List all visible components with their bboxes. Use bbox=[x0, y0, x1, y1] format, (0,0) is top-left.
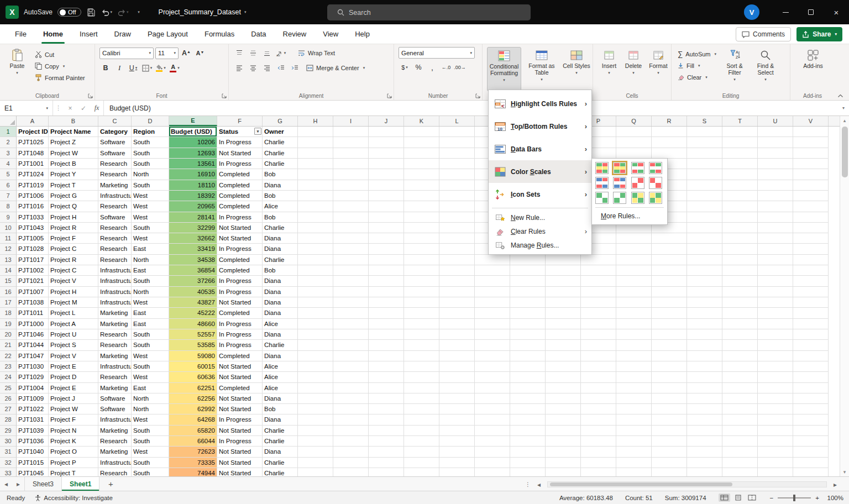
save-button[interactable] bbox=[86, 6, 96, 19]
cell-M23[interactable] bbox=[475, 361, 510, 372]
cell-P27[interactable] bbox=[581, 404, 616, 414]
cell-D32[interactable]: South bbox=[132, 458, 169, 468]
more-rules-item[interactable]: More Rules... bbox=[595, 210, 664, 221]
cell-R2[interactable] bbox=[652, 137, 687, 148]
cell-K13[interactable] bbox=[404, 255, 439, 265]
row-header-15[interactable]: 15 bbox=[0, 276, 17, 286]
cell-V4[interactable] bbox=[793, 159, 829, 169]
cell-K23[interactable] bbox=[404, 361, 439, 372]
cell-C32[interactable]: Infrastructure bbox=[98, 458, 132, 468]
cell-T26[interactable] bbox=[722, 393, 758, 404]
column-header-S[interactable]: S bbox=[687, 116, 722, 126]
cell-I5[interactable] bbox=[333, 169, 369, 180]
cell-M14[interactable] bbox=[475, 265, 510, 276]
increase-font-size-button[interactable]: A▲ bbox=[180, 47, 192, 59]
cell-I24[interactable] bbox=[333, 372, 369, 382]
cell-E24[interactable]: 60636 bbox=[169, 372, 217, 382]
cell-G2[interactable]: Charlie bbox=[263, 137, 298, 148]
cell-M25[interactable] bbox=[475, 383, 510, 393]
cell-L19[interactable] bbox=[439, 319, 475, 329]
cell-G21[interactable]: Charlie bbox=[263, 340, 298, 350]
cell-G15[interactable]: Diana bbox=[263, 276, 298, 286]
cell-V12[interactable] bbox=[793, 244, 829, 254]
cell-C27[interactable]: Software bbox=[98, 404, 132, 414]
cell-L12[interactable] bbox=[439, 244, 475, 254]
cell-T28[interactable] bbox=[722, 414, 758, 425]
cell-E23[interactable]: 60015 bbox=[169, 361, 217, 372]
cell-D21[interactable]: South bbox=[132, 340, 169, 350]
cell-O23[interactable] bbox=[546, 361, 581, 372]
cell-R25[interactable] bbox=[652, 383, 687, 393]
cell-K26[interactable] bbox=[404, 393, 439, 404]
cell-P21[interactable] bbox=[581, 340, 616, 350]
tab-help[interactable]: Help bbox=[348, 24, 377, 44]
row-header-10[interactable]: 10 bbox=[0, 223, 17, 233]
delete-cells-button[interactable]: Delete ▾ bbox=[622, 47, 645, 91]
cell-B4[interactable]: Project B bbox=[49, 159, 98, 169]
tab-page-layout[interactable]: Page Layout bbox=[140, 24, 195, 44]
cell-V31[interactable] bbox=[793, 447, 829, 457]
decrease-indent-button[interactable] bbox=[275, 62, 287, 74]
row-header-3[interactable]: 3 bbox=[0, 148, 17, 159]
cell-Q33[interactable] bbox=[616, 468, 652, 476]
cell-G17[interactable]: Diana bbox=[263, 297, 298, 308]
font-name-select[interactable]: Calibri▾ bbox=[99, 48, 154, 59]
cell-F14[interactable]: Completed bbox=[217, 265, 263, 276]
cell-L21[interactable] bbox=[439, 340, 475, 350]
cell-A2[interactable]: PJT1025 bbox=[17, 137, 49, 148]
cell-G24[interactable]: Alice bbox=[263, 372, 298, 382]
tab-formulas[interactable]: Formulas bbox=[197, 24, 242, 44]
cell-H21[interactable] bbox=[298, 340, 333, 350]
comments-button[interactable]: Comments bbox=[736, 27, 791, 41]
cell-U1[interactable] bbox=[758, 127, 793, 137]
cell-H2[interactable] bbox=[298, 137, 333, 148]
cell-U7[interactable] bbox=[758, 191, 793, 201]
cell-V26[interactable] bbox=[793, 393, 829, 404]
page-layout-view-button[interactable] bbox=[732, 494, 744, 502]
cell-P30[interactable] bbox=[581, 436, 616, 447]
autosave-toggle[interactable]: Off bbox=[57, 8, 81, 17]
cell-I10[interactable] bbox=[333, 223, 369, 233]
cell-V13[interactable] bbox=[793, 255, 829, 265]
cell-C19[interactable]: Marketing bbox=[98, 319, 132, 329]
cell-E2[interactable]: 10206 bbox=[169, 137, 217, 148]
cell-C16[interactable]: Infrastructure bbox=[98, 287, 132, 297]
cell-J30[interactable] bbox=[369, 436, 404, 447]
cell-T32[interactable] bbox=[722, 458, 758, 468]
cell-A23[interactable]: PJT1030 bbox=[17, 361, 49, 372]
cell-R24[interactable] bbox=[652, 372, 687, 382]
cell-V21[interactable] bbox=[793, 340, 829, 350]
decrease-decimal-button[interactable]: .00→ bbox=[454, 61, 466, 74]
zoom-in-button[interactable]: + bbox=[815, 495, 819, 501]
cell-J19[interactable] bbox=[369, 319, 404, 329]
cell-P31[interactable] bbox=[581, 447, 616, 457]
sheet-tab-sheet3[interactable]: Sheet3 bbox=[25, 477, 62, 491]
cell-A26[interactable]: PJT1009 bbox=[17, 393, 49, 404]
cell-B28[interactable]: Project F bbox=[49, 414, 98, 425]
cell-H14[interactable] bbox=[298, 265, 333, 276]
cell-K6[interactable] bbox=[404, 180, 439, 191]
cell-S6[interactable] bbox=[687, 180, 722, 191]
cell-U9[interactable] bbox=[758, 212, 793, 223]
cell-T10[interactable] bbox=[722, 223, 758, 233]
cell-J2[interactable] bbox=[369, 137, 404, 148]
cell-L30[interactable] bbox=[439, 436, 475, 447]
cell-H1[interactable] bbox=[298, 127, 333, 137]
cell-I25[interactable] bbox=[333, 383, 369, 393]
cell-A15[interactable]: PJT1021 bbox=[17, 276, 49, 286]
cell-G29[interactable]: Charlie bbox=[263, 426, 298, 436]
cell-U5[interactable] bbox=[758, 169, 793, 180]
cell-C23[interactable]: Infrastructure bbox=[98, 361, 132, 372]
cell-K27[interactable] bbox=[404, 404, 439, 414]
cell-I29[interactable] bbox=[333, 426, 369, 436]
cell-F23[interactable]: Not Started bbox=[217, 361, 263, 372]
italic-button[interactable]: I bbox=[113, 62, 125, 74]
cell-B31[interactable]: Project O bbox=[49, 447, 98, 457]
cell-B12[interactable]: Project C bbox=[49, 244, 98, 254]
cell-O18[interactable] bbox=[546, 308, 581, 318]
cell-P14[interactable] bbox=[581, 265, 616, 276]
cell-U32[interactable] bbox=[758, 458, 793, 468]
cell-C12[interactable]: Research bbox=[98, 244, 132, 254]
cell-B10[interactable]: Project R bbox=[49, 223, 98, 233]
cell-N29[interactable] bbox=[510, 426, 546, 436]
